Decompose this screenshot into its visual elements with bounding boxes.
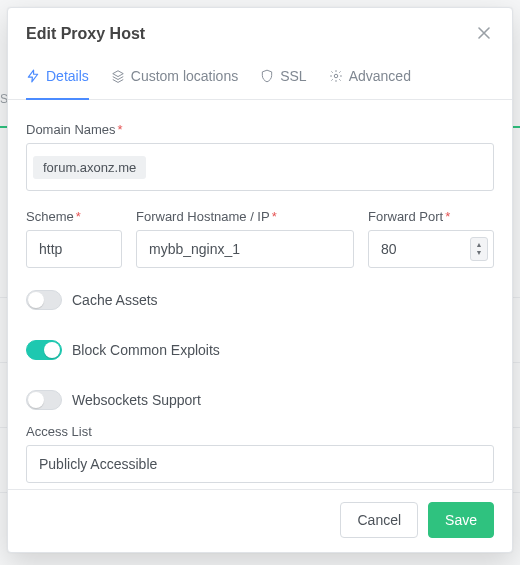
edit-proxy-host-modal: Edit Proxy Host Details Custom locations… — [7, 7, 513, 553]
required-mark: * — [445, 209, 450, 224]
tabs: Details Custom locations SSL Advanced — [8, 58, 512, 100]
cancel-button[interactable]: Cancel — [340, 502, 418, 538]
tab-label: Custom locations — [131, 68, 238, 84]
tab-label: Advanced — [349, 68, 411, 84]
domain-tag[interactable]: forum.axonz.me — [33, 156, 146, 179]
tab-ssl[interactable]: SSL — [260, 58, 306, 100]
tab-label: Details — [46, 68, 89, 84]
svg-point-0 — [334, 74, 338, 78]
label-access-list: Access List — [26, 424, 494, 439]
required-mark: * — [272, 209, 277, 224]
modal-body: Domain Names* forum.axonz.me Scheme* For… — [8, 100, 512, 489]
access-list-select[interactable]: Publicly Accessible — [26, 445, 494, 483]
toggle-websockets[interactable]: Websockets Support — [26, 390, 246, 410]
toggle-label: Cache Assets — [72, 292, 158, 308]
domain-names-input[interactable]: forum.axonz.me — [26, 143, 494, 191]
toggle-block-exploits[interactable]: Block Common Exploits — [26, 340, 246, 360]
field-hostname: Forward Hostname / IP* — [136, 209, 354, 268]
modal-header: Edit Proxy Host — [8, 8, 512, 58]
gear-icon — [329, 69, 343, 83]
chevron-up-icon: ▲ — [476, 241, 483, 249]
required-mark: * — [118, 122, 123, 137]
switch-block-exploits[interactable] — [26, 340, 62, 360]
tab-details[interactable]: Details — [26, 58, 89, 100]
save-button[interactable]: Save — [428, 502, 494, 538]
field-port: Forward Port* ▲ ▼ — [368, 209, 494, 268]
field-domain-names: Domain Names* forum.axonz.me — [26, 122, 494, 191]
modal-footer: Cancel Save — [8, 489, 512, 552]
field-access-list: Access List Publicly Accessible — [26, 424, 494, 483]
scheme-input[interactable] — [26, 230, 122, 268]
layers-icon — [111, 69, 125, 83]
label-hostname: Forward Hostname / IP* — [136, 209, 354, 224]
switch-cache-assets[interactable] — [26, 290, 62, 310]
hostname-input[interactable] — [136, 230, 354, 268]
required-mark: * — [76, 209, 81, 224]
label-domain-names: Domain Names* — [26, 122, 494, 137]
chevron-down-icon: ▼ — [476, 249, 483, 257]
tab-label: SSL — [280, 68, 306, 84]
label-scheme: Scheme* — [26, 209, 122, 224]
modal-title: Edit Proxy Host — [26, 25, 145, 43]
field-scheme: Scheme* — [26, 209, 122, 268]
tab-advanced[interactable]: Advanced — [329, 58, 411, 100]
label-port: Forward Port* — [368, 209, 494, 224]
tab-custom-locations[interactable]: Custom locations — [111, 58, 238, 100]
port-stepper[interactable]: ▲ ▼ — [470, 237, 488, 261]
switch-websockets[interactable] — [26, 390, 62, 410]
close-icon — [478, 25, 490, 43]
toggle-label: Block Common Exploits — [72, 342, 220, 358]
close-button[interactable] — [474, 24, 494, 44]
bolt-icon — [26, 69, 40, 83]
toggle-cache-assets[interactable]: Cache Assets — [26, 290, 246, 310]
shield-icon — [260, 69, 274, 83]
toggle-label: Websockets Support — [72, 392, 201, 408]
